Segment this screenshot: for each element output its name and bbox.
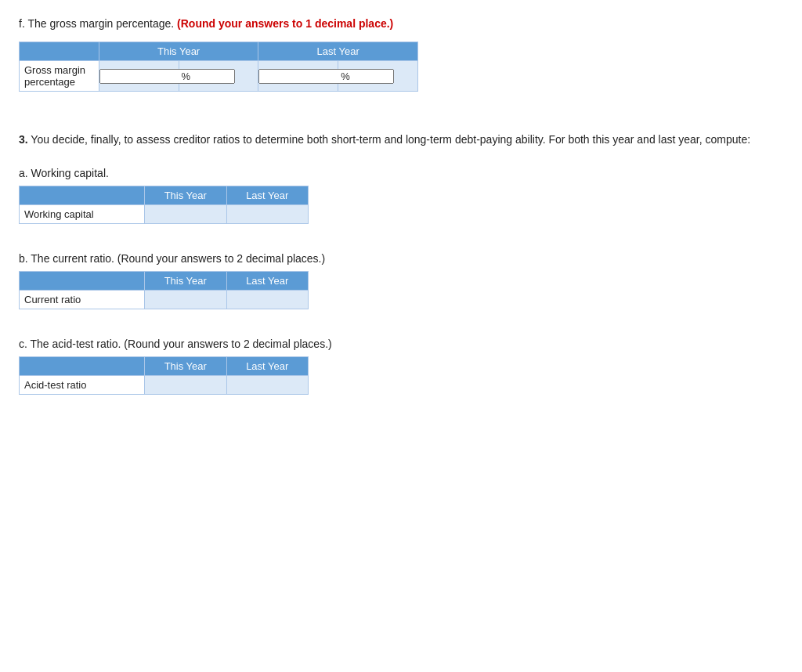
sub-section-b: b. The current ratio. (Round your answer… bbox=[19, 252, 783, 309]
gross-margin-label: Gross margin percentage bbox=[20, 61, 99, 92]
working-last-year-input[interactable] bbox=[227, 205, 309, 223]
acid-this-year-input-cell[interactable] bbox=[145, 376, 227, 395]
current-last-year-input-cell[interactable] bbox=[226, 291, 309, 309]
working-capital-table: This Year Last Year Working capital bbox=[19, 186, 309, 224]
working-this-year-header: This Year bbox=[145, 186, 227, 205]
section-3-intro: 3. You decide, finally, to assess credit… bbox=[19, 131, 783, 148]
gross-this-year-input[interactable] bbox=[99, 69, 235, 84]
gross-this-year-header: This Year bbox=[99, 42, 258, 61]
current-ratio-label: Current ratio bbox=[20, 291, 145, 309]
section-f: f. The gross margin percentage. (Round y… bbox=[19, 16, 783, 92]
sub-c-label: c. The acid-test ratio. bbox=[19, 338, 124, 350]
current-ratio-row: Current ratio bbox=[20, 291, 309, 309]
section-f-note: (Round your answers to 1 decimal place.) bbox=[177, 17, 393, 30]
current-table-corner bbox=[20, 272, 145, 291]
section-f-heading: f. The gross margin percentage. (Round y… bbox=[19, 16, 783, 32]
section-f-label: f. The gross margin percentage. bbox=[19, 17, 177, 30]
sub-b-note: (Round your answers to 2 decimal places.… bbox=[117, 252, 325, 265]
acid-this-year-header: This Year bbox=[145, 357, 227, 376]
working-this-year-input-cell[interactable] bbox=[145, 205, 227, 224]
acid-test-table: This Year Last Year Acid-test ratio bbox=[19, 356, 309, 395]
acid-test-row: Acid-test ratio bbox=[20, 376, 309, 395]
gross-this-year-input-cell[interactable] bbox=[99, 61, 179, 92]
gross-margin-table: This Year Last Year Gross margin percent… bbox=[19, 42, 418, 92]
acid-this-year-input[interactable] bbox=[145, 376, 226, 394]
gross-last-year-input[interactable] bbox=[258, 69, 394, 84]
section-3: 3. You decide, finally, to assess credit… bbox=[19, 131, 783, 395]
sub-c-note: (Round your answers to 2 decimal places.… bbox=[124, 338, 331, 350]
current-last-year-input[interactable] bbox=[227, 291, 309, 309]
working-table-corner bbox=[20, 186, 145, 205]
section-3-number: 3. bbox=[19, 133, 28, 146]
gross-table-corner bbox=[20, 42, 99, 61]
working-capital-row: Working capital bbox=[20, 205, 309, 224]
sub-c-heading: c. The acid-test ratio. (Round your answ… bbox=[19, 338, 783, 350]
gross-margin-row: Gross margin percentage % % bbox=[20, 61, 418, 92]
current-this-year-header: This Year bbox=[145, 272, 227, 291]
current-last-year-header: Last Year bbox=[226, 272, 309, 291]
gross-last-year-input-cell[interactable] bbox=[258, 61, 338, 92]
section-3-text: You decide, finally, to assess creditor … bbox=[28, 133, 750, 146]
acid-last-year-input[interactable] bbox=[227, 376, 309, 394]
working-last-year-header: Last Year bbox=[226, 186, 309, 205]
current-ratio-table: This Year Last Year Current ratio bbox=[19, 271, 309, 309]
working-this-year-input[interactable] bbox=[145, 205, 226, 223]
acid-table-corner bbox=[20, 357, 145, 376]
working-last-year-input-cell[interactable] bbox=[226, 205, 309, 224]
acid-last-year-header: Last Year bbox=[226, 357, 309, 376]
sub-a-label: a. Working capital. bbox=[19, 167, 783, 179]
gross-last-year-header: Last Year bbox=[258, 42, 418, 61]
sub-b-heading: b. The current ratio. (Round your answer… bbox=[19, 252, 783, 265]
sub-section-c: c. The acid-test ratio. (Round your answ… bbox=[19, 338, 783, 395]
current-this-year-input[interactable] bbox=[145, 291, 226, 309]
acid-test-label: Acid-test ratio bbox=[20, 376, 145, 395]
current-this-year-input-cell[interactable] bbox=[145, 291, 227, 309]
working-capital-label: Working capital bbox=[20, 205, 145, 224]
sub-b-label: b. The current ratio. bbox=[19, 252, 117, 265]
acid-last-year-input-cell[interactable] bbox=[226, 376, 309, 395]
sub-section-a: a. Working capital. This Year Last Year … bbox=[19, 167, 783, 224]
